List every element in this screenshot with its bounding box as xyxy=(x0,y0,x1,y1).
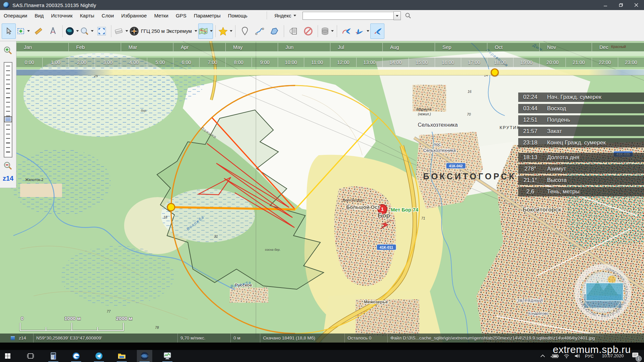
hour-cell[interactable]: 21:00 xyxy=(566,58,592,67)
pan-cursor-button[interactable] xyxy=(2,23,16,39)
month-cell[interactable]: Nov xyxy=(539,43,592,51)
hour-cell[interactable]: 14:00 xyxy=(382,58,409,67)
month-cell[interactable]: May xyxy=(225,43,278,51)
hour-cell[interactable]: 23:00 xyxy=(618,58,644,67)
tray-chevron-icon[interactable] xyxy=(540,354,545,358)
hour-cell[interactable]: 8:00 xyxy=(225,58,252,67)
search-go-button[interactable] xyxy=(405,12,412,19)
cache-mode-button[interactable] xyxy=(320,23,334,39)
close-button[interactable] xyxy=(629,0,644,10)
zoom-slider[interactable] xyxy=(4,62,12,158)
month-cell[interactable]: Dec xyxy=(592,43,644,51)
map-source-selector[interactable]: ГГЦ 250 м Экстремум xyxy=(129,23,198,39)
month-cell[interactable]: Aug xyxy=(382,43,435,51)
hour-cell[interactable]: 11:00 xyxy=(304,58,330,67)
time-slider-track[interactable] xyxy=(16,69,644,75)
sun-info-row: 02:24Нач. Гражд. сумерек xyxy=(518,93,644,102)
month-cell[interactable]: Apr xyxy=(173,43,225,51)
sun-overlay-toggle-button[interactable] xyxy=(370,23,384,39)
menu-settings[interactable]: Параметры xyxy=(190,10,224,21)
menu-placemarks[interactable]: Метки xyxy=(151,10,172,21)
hour-cell[interactable]: 3:00 xyxy=(95,58,121,67)
timeline-hours[interactable]: 0:00 1:00 2:00 3:00 4:00 5:00 6:00 7:00 … xyxy=(16,58,644,67)
eraser-icon xyxy=(114,27,123,35)
month-cell[interactable]: Sep xyxy=(435,43,487,51)
zoom-panel: z14 xyxy=(0,41,16,188)
timeline-months[interactable]: Jan Feb Mar Apr May Jun Jul Aug Sep Oct … xyxy=(16,43,644,52)
month-cell[interactable]: Feb xyxy=(68,43,121,51)
time-slider-handle[interactable] xyxy=(491,68,499,76)
zoom-in-button[interactable] xyxy=(3,46,13,55)
search-dropdown-button[interactable] xyxy=(393,11,401,20)
hide-placemarks-button[interactable] xyxy=(301,23,315,39)
goto-place-button[interactable] xyxy=(65,23,79,39)
zoom-tool-button[interactable] xyxy=(80,23,94,39)
map-viewport[interactable]: 41К-042 41К-011 41К-035 1 БОКСИТОГОРСК С… xyxy=(0,41,644,343)
hour-cell[interactable]: 17:00 xyxy=(461,58,487,67)
menu-maps[interactable]: Карты xyxy=(76,10,98,21)
cache-delete-button[interactable] xyxy=(114,23,128,39)
month-cell[interactable]: Jul xyxy=(330,43,382,51)
hour-cell[interactable]: 0:00 xyxy=(16,58,42,67)
hour-cell[interactable]: 9:00 xyxy=(252,58,278,67)
layers-button[interactable] xyxy=(198,23,213,39)
geocoder-select[interactable]: Яндекс xyxy=(272,10,299,21)
sun-label: Высота xyxy=(547,177,567,184)
add-polygon-button[interactable] xyxy=(267,23,281,39)
menu-view[interactable]: Вид xyxy=(31,10,47,21)
hour-cell[interactable]: 10:00 xyxy=(278,58,304,67)
hour-cell[interactable]: 19:00 xyxy=(513,58,539,67)
menu-help[interactable]: Помощь xyxy=(224,10,251,21)
hour-cell[interactable]: 18:00 xyxy=(487,58,513,67)
month-cell[interactable]: Jan xyxy=(16,43,68,51)
search-input[interactable] xyxy=(303,12,393,20)
menu-favorites[interactable]: Избранное xyxy=(118,10,151,21)
taskbar-edge[interactable] xyxy=(68,350,84,362)
taskbar-explorer[interactable] xyxy=(114,350,129,362)
favorites-button[interactable] xyxy=(218,23,233,39)
hour-cell[interactable]: 22:00 xyxy=(592,58,618,67)
menu-layers[interactable]: Слои xyxy=(98,10,117,21)
month-cell[interactable]: Jun xyxy=(278,43,330,51)
taskbar-calculator[interactable] xyxy=(46,350,61,362)
taskbar-telegram[interactable] xyxy=(91,350,107,362)
menu-gps[interactable]: GPS xyxy=(172,10,190,21)
hour-cell[interactable]: 4:00 xyxy=(121,58,147,67)
task-view-button[interactable] xyxy=(23,350,38,362)
hour-cell[interactable]: 12:00 xyxy=(330,58,356,67)
add-placemark-button[interactable] xyxy=(238,23,252,39)
month-cell[interactable]: Oct xyxy=(487,43,539,51)
sun-calc-options-button[interactable] xyxy=(354,23,370,39)
zoom-out-button[interactable] xyxy=(3,161,13,171)
hour-cell[interactable]: 20:00 xyxy=(539,58,566,67)
hour-cell[interactable]: 6:00 xyxy=(173,58,199,67)
menu-operations[interactable]: Операции xyxy=(0,10,31,21)
minimize-button[interactable] xyxy=(598,0,613,10)
taskbar-task-manager[interactable] xyxy=(160,350,175,362)
fullscreen-button[interactable] xyxy=(95,23,109,39)
sun-time: 03:44 xyxy=(518,105,542,112)
hour-cell[interactable]: 5:00 xyxy=(147,58,173,67)
maximize-button[interactable] xyxy=(613,0,629,10)
placemark-manager-button[interactable] xyxy=(286,23,301,39)
ruler-button[interactable] xyxy=(31,23,45,39)
start-button[interactable] xyxy=(0,350,15,362)
hour-cell[interactable]: 16:00 xyxy=(435,58,461,67)
sun-calc-button[interactable] xyxy=(339,23,354,39)
add-path-button[interactable] xyxy=(253,23,267,39)
compass-divider-button[interactable] xyxy=(46,23,60,39)
sun-position-marker[interactable] xyxy=(167,203,175,211)
hour-cell[interactable]: 15:00 xyxy=(409,58,435,67)
menu-source[interactable]: Источник xyxy=(47,10,76,21)
hour-cell[interactable]: 7:00 xyxy=(199,58,225,67)
zoom-level-label: z14 xyxy=(3,175,13,182)
month-cell[interactable]: Mar xyxy=(121,43,173,51)
notification-center-button[interactable]: 1 xyxy=(632,352,639,360)
selection-tool-button[interactable] xyxy=(16,23,31,39)
taskbar-sas-planet[interactable] xyxy=(137,350,152,362)
zoom-slider-handle[interactable] xyxy=(4,116,12,122)
sun-time: 23:18 xyxy=(518,139,542,146)
hour-cell[interactable]: 13:00 xyxy=(356,58,382,67)
hour-cell[interactable]: 2:00 xyxy=(68,58,95,67)
hour-cell[interactable]: 1:00 xyxy=(42,58,68,67)
